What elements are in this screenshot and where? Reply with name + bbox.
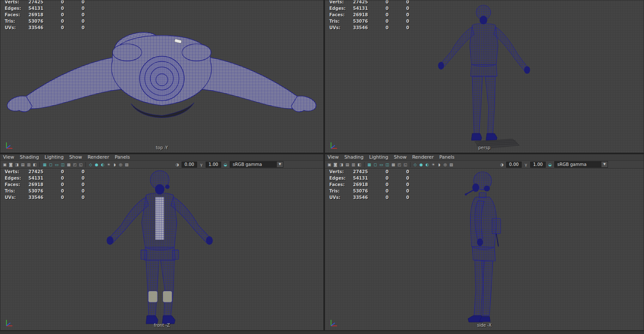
- menu-view[interactable]: View: [328, 154, 339, 160]
- shaded-icon[interactable]: ●: [418, 162, 424, 168]
- stat-count: 53076: [340, 19, 368, 24]
- stat-other: 0: [77, 25, 85, 30]
- grid-icon[interactable]: ▦: [42, 162, 48, 168]
- textured-icon[interactable]: ◐: [424, 162, 430, 168]
- grid-icon[interactable]: ▦: [366, 162, 372, 168]
- stat-row-edges: Edges: 54131 0 0: [325, 176, 415, 182]
- chevron-down-icon[interactable]: ▼: [276, 162, 283, 167]
- maya-quad-viewport: Verts: 27425 0 0 Edges: 54131 0 0 Faces:…: [0, 0, 644, 334]
- image-plane-icon[interactable]: ▥: [26, 162, 32, 168]
- stat-selected: 0: [56, 12, 64, 17]
- field-chart-icon[interactable]: ▩: [66, 162, 72, 168]
- view-label: persp: [325, 145, 644, 150]
- bottom-panel-edge: [0, 331, 644, 334]
- viewport-side[interactable]: View Shading Lighting Show Renderer Pane…: [325, 154, 644, 331]
- stat-count: 26918: [340, 12, 368, 17]
- menu-lighting[interactable]: Lighting: [45, 154, 64, 160]
- shadows-icon[interactable]: ◗: [436, 162, 442, 168]
- stat-other: 0: [401, 176, 409, 181]
- lock-camera-icon[interactable]: ◙: [332, 162, 338, 168]
- exposure-field[interactable]: 0.00: [182, 162, 197, 168]
- film-gate-icon[interactable]: ◻: [372, 162, 378, 168]
- stat-count: 27425: [16, 169, 43, 174]
- safe-action-icon[interactable]: ◰: [396, 162, 402, 168]
- poly-count-hud: Verts: 27425 0 0 Edges: 54131 0 0 Faces:…: [0, 0, 91, 32]
- stat-count: 33546: [340, 25, 368, 30]
- menu-view[interactable]: View: [3, 154, 14, 160]
- xray-icon[interactable]: ▨: [448, 162, 454, 168]
- wireframe-icon[interactable]: ◇: [88, 162, 94, 168]
- ambient-occlusion-icon[interactable]: ◎: [442, 162, 448, 168]
- camera-attributes-icon[interactable]: ◨: [14, 162, 20, 168]
- stat-count: 33546: [16, 25, 43, 30]
- xray-icon[interactable]: ▨: [124, 162, 130, 168]
- menu-panels[interactable]: Panels: [115, 154, 130, 160]
- gamma-field[interactable]: 1.00: [206, 162, 221, 168]
- stat-row-edges: Edges: 54131 0 0: [0, 176, 91, 182]
- stat-count: 27425: [16, 0, 43, 4]
- safe-title-icon[interactable]: ◱: [402, 162, 408, 168]
- bookmarks-icon[interactable]: ▤: [344, 162, 350, 168]
- pan-zoom-icon[interactable]: ◧: [356, 162, 362, 168]
- colorspace-value: sRGB gamma: [230, 162, 276, 167]
- stat-row-verts: Verts: 27425 0 0: [0, 0, 91, 6]
- stat-other: 0: [77, 169, 85, 174]
- shadows-icon[interactable]: ◗: [112, 162, 118, 168]
- exposure-field[interactable]: 0.00: [506, 162, 522, 168]
- colorspace-icon[interactable]: ◒: [222, 162, 228, 168]
- stat-other: 0: [401, 195, 409, 200]
- field-chart-icon[interactable]: ▩: [390, 162, 396, 168]
- lighting-icon[interactable]: ☀: [106, 162, 112, 168]
- select-camera-icon[interactable]: ▣: [2, 162, 8, 168]
- panel-toolbar: ▣ ◙ ◨ ▤ ▥ ◧ ▦ ◻ ▭ ◫ ▩ ◰ ◱ ◇ ● ◐ ☀ ◗ ◎ ▨ …: [325, 161, 644, 169]
- exposure-icon[interactable]: ◑: [174, 162, 180, 168]
- viewport-top[interactable]: Verts: 27425 0 0 Edges: 54131 0 0 Faces:…: [0, 0, 324, 153]
- menu-panels[interactable]: Panels: [439, 154, 454, 160]
- menu-shading[interactable]: Shading: [20, 154, 39, 160]
- menu-shading[interactable]: Shading: [344, 154, 364, 160]
- gamma-field[interactable]: 1.00: [530, 162, 546, 168]
- stat-count: 26918: [16, 12, 43, 17]
- gate-mask-icon[interactable]: ◫: [384, 162, 390, 168]
- stat-selected: 0: [381, 176, 389, 181]
- colorspace-dropdown[interactable]: sRGB gamma ▼: [554, 161, 608, 168]
- lighting-icon[interactable]: ☀: [430, 162, 436, 168]
- menu-lighting[interactable]: Lighting: [369, 154, 388, 160]
- shaded-icon[interactable]: ●: [94, 162, 100, 168]
- safe-action-icon[interactable]: ◰: [72, 162, 78, 168]
- select-camera-icon[interactable]: ▣: [326, 162, 332, 168]
- toolbar-separator: [364, 162, 365, 167]
- ambient-occlusion-icon[interactable]: ◎: [118, 162, 124, 168]
- stat-selected: 0: [381, 0, 389, 4]
- stat-row-verts: Verts: 27425 0 0: [325, 169, 415, 176]
- pan-zoom-icon[interactable]: ◧: [32, 162, 38, 168]
- resolution-gate-icon[interactable]: ▭: [378, 162, 384, 168]
- textured-icon[interactable]: ◐: [100, 162, 106, 168]
- film-gate-icon[interactable]: ◻: [48, 162, 54, 168]
- safe-title-icon[interactable]: ◱: [78, 162, 84, 168]
- gamma-icon[interactable]: γ: [198, 162, 204, 168]
- camera-attributes-icon[interactable]: ◨: [338, 162, 344, 168]
- stat-other: 0: [401, 189, 409, 193]
- lock-camera-icon[interactable]: ◙: [8, 162, 14, 168]
- colorspace-icon[interactable]: ◒: [547, 162, 553, 168]
- gate-mask-icon[interactable]: ◫: [60, 162, 66, 168]
- viewport-front[interactable]: View Shading Lighting Show Renderer Pane…: [0, 154, 324, 331]
- exposure-icon[interactable]: ◑: [499, 162, 505, 168]
- stat-other: 0: [77, 182, 85, 187]
- menu-renderer[interactable]: Renderer: [88, 154, 109, 160]
- bookmarks-icon[interactable]: ▤: [20, 162, 26, 168]
- viewport-persp[interactable]: Verts: 27425 0 0 Edges: 54131 0 0 Faces:…: [325, 0, 644, 153]
- stat-count: 54131: [340, 6, 368, 11]
- stat-row-faces: Faces: 26918 0 0: [325, 182, 415, 189]
- gamma-icon[interactable]: γ: [523, 162, 529, 168]
- menu-renderer[interactable]: Renderer: [412, 154, 434, 160]
- wireframe-icon[interactable]: ◇: [412, 162, 418, 168]
- chevron-down-icon[interactable]: ▼: [601, 162, 608, 167]
- colorspace-dropdown[interactable]: sRGB gamma ▼: [230, 161, 283, 168]
- image-plane-icon[interactable]: ▥: [350, 162, 356, 168]
- resolution-gate-icon[interactable]: ▭: [54, 162, 60, 168]
- stat-row-uvs: UVs: 33546 0 0: [325, 195, 415, 202]
- menu-show[interactable]: Show: [69, 154, 82, 160]
- menu-show[interactable]: Show: [394, 154, 407, 160]
